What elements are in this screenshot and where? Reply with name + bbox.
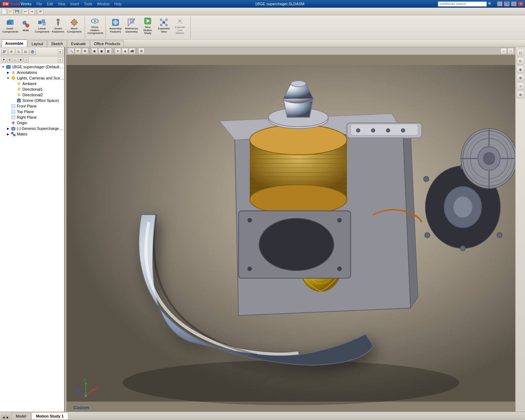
svg-point-133 [483, 153, 495, 164]
exploded-view-button[interactable]: ExplodedView [156, 17, 172, 35]
view-orient-rt-btn[interactable]: ◻ [517, 49, 524, 56]
svg-point-76 [13, 128, 14, 130]
appearance-rt-btn[interactable]: ⊕ [517, 74, 524, 82]
hide-show-btn[interactable]: ◈ [517, 65, 524, 73]
feature-manager-btn[interactable] [1, 49, 8, 55]
svg-line-144 [86, 389, 94, 396]
tab-layout[interactable]: Layout [28, 40, 47, 47]
scene-item[interactable]: Scene (Office Space) [0, 98, 64, 103]
tab-evaluate[interactable]: Evaluate [67, 40, 90, 47]
vp-minimize[interactable]: − [500, 48, 507, 54]
pan-btn[interactable]: ✥ [82, 48, 88, 54]
new-motion-study-button[interactable]: NewMotionStudy [140, 17, 155, 35]
right-plane-item[interactable]: Right Plane [0, 114, 64, 120]
selection-filter-btn[interactable]: ✧ [517, 82, 524, 90]
lights-btn[interactable]: ✦ [115, 48, 121, 54]
model-viewport[interactable] [66, 55, 515, 412]
reference-geometry-button[interactable]: ReferenceGeometry [124, 17, 139, 35]
annotations-expand[interactable]: ▶ [6, 70, 10, 75]
file-menu[interactable]: File [36, 2, 42, 6]
tab-office[interactable]: Office Products [90, 40, 124, 47]
save-button[interactable]: 💾 [14, 9, 20, 14]
rebuild-button[interactable]: ⟳ [38, 9, 43, 14]
directional1-item[interactable]: Directional1 [0, 86, 64, 92]
top-plane-item[interactable]: Top Plane [0, 109, 64, 114]
linear-component-button[interactable]: LinearComponent [34, 17, 50, 35]
origin-item[interactable]: Origin [0, 120, 64, 126]
smart-fasteners-button[interactable]: SmartFasteners [50, 17, 66, 35]
view-settings-rt-btn[interactable]: ⊛ [517, 91, 524, 98]
filter-btn2[interactable]: ⊙ [7, 57, 12, 62]
tab-assemble[interactable]: Assemble [1, 40, 27, 47]
genesis-item[interactable]: ▶ (-) Genesis Supercharger Final [0, 126, 64, 131]
svg-point-59 [18, 83, 20, 85]
view-orient-btn[interactable]: ▣ [98, 48, 105, 54]
tab-bar: Assemble Layout Sketch Evaluate Office P… [0, 39, 525, 47]
filter-btn3[interactable]: □ [13, 57, 18, 62]
viewport[interactable]: 🔍 ⟳ ✥ ◉ ▣ ◧ ✦ ◈ 🏙 ⚙ − □ [66, 47, 515, 412]
model-bottom-tab[interactable]: Model [11, 412, 31, 419]
lights-cameras-expand[interactable]: ▼ [6, 76, 10, 80]
explode-line-button[interactable]: ExplodeLineSketch [172, 17, 188, 35]
origin-label: Origin [16, 121, 27, 125]
dim-xpert-btn[interactable]: D [22, 49, 29, 55]
maximize-button[interactable]: □ [511, 1, 517, 6]
new-button[interactable]: 📄 [1, 9, 7, 14]
filter-btn5[interactable]: ☆ [24, 57, 29, 62]
tools-menu[interactable]: Tools [84, 2, 92, 6]
edit-menu[interactable]: Edit [47, 2, 53, 6]
tab-sketch[interactable]: Sketch [47, 40, 67, 47]
motion-study-bottom-tab[interactable]: Motion Study 1 [31, 412, 68, 419]
lights-cameras-item[interactable]: ▼ Lights, Cameras and Scene [0, 75, 64, 81]
display-manager-btn[interactable] [29, 49, 36, 55]
front-plane-item[interactable]: Front Plane [0, 103, 64, 109]
mates-expand[interactable]: ▶ [6, 132, 10, 136]
annotations-item[interactable]: ▶ A Annotations [0, 70, 64, 75]
insert-menu[interactable]: Insert [70, 2, 79, 6]
close-button[interactable]: ✕ [518, 1, 524, 6]
display-mode-btn[interactable]: ≡ [517, 57, 524, 65]
minimize-button[interactable]: − [497, 1, 503, 6]
filter-btn4[interactable]: ◈ [18, 57, 23, 62]
assembly-features-button[interactable]: AssemblyFeatures [108, 17, 123, 35]
move-component-button[interactable]: MoveComponent [66, 17, 82, 35]
root-item[interactable]: ▼ 1BGE superchager (Default<Displ [0, 64, 64, 70]
show-hidden-button[interactable]: ShowHiddenComponents [87, 17, 103, 35]
appearance-btn[interactable]: ◈ [122, 48, 128, 54]
directional1-label: Directional1 [22, 87, 43, 91]
ambient-item[interactable]: Ambient [0, 81, 64, 86]
scene-btn[interactable]: 🏙 [129, 48, 135, 54]
configuration-manager-btn[interactable]: C [15, 49, 22, 55]
insert-components-button[interactable]: InsertComponents [2, 17, 18, 35]
help-menu[interactable]: Help [114, 2, 122, 6]
mates-item[interactable]: ▶ Mates [0, 131, 64, 137]
zoom-btn[interactable]: 🔍 [68, 48, 74, 54]
genesis-expand[interactable]: ▶ [6, 126, 10, 131]
expand-panel-btn[interactable]: » [58, 49, 63, 54]
view-menu[interactable]: View [58, 2, 65, 6]
view-settings-btn[interactable]: ⚙ [138, 48, 145, 54]
search-input[interactable] [438, 1, 487, 7]
section-view-btn[interactable]: ◧ [105, 48, 112, 54]
scroll-left-btn[interactable]: ◀ ▶ [1, 415, 10, 419]
root-expand[interactable]: ▼ [1, 64, 6, 69]
window-menu[interactable]: Window [97, 2, 110, 6]
search-icon[interactable]: 🔍 [488, 2, 492, 6]
directional2-item[interactable]: Directional2 [0, 92, 64, 98]
collapse-all-btn[interactable]: » [58, 57, 63, 62]
restore-button[interactable]: ❐ [504, 1, 510, 6]
display-style-btn[interactable]: ◉ [91, 48, 98, 54]
open-button[interactable]: 📂 [8, 9, 13, 14]
tab-scroll-right[interactable]: ▶ [6, 415, 10, 419]
redo-button[interactable]: ↪ [29, 9, 35, 14]
tab-scroll-left[interactable]: ◀ [1, 415, 6, 419]
rotate-btn[interactable]: ⟳ [75, 48, 81, 54]
mate-button[interactable]: Mate [18, 17, 34, 35]
property-manager-btn[interactable]: P [8, 49, 15, 55]
scene-icon [16, 98, 22, 103]
undo-button[interactable]: ↩ [23, 9, 28, 14]
right-plane-expand [6, 115, 10, 120]
vp-maximize[interactable]: □ [507, 48, 514, 54]
filter-btn1[interactable]: ▼ [1, 57, 6, 62]
smart-fasteners-label: SmartFasteners [52, 27, 64, 34]
